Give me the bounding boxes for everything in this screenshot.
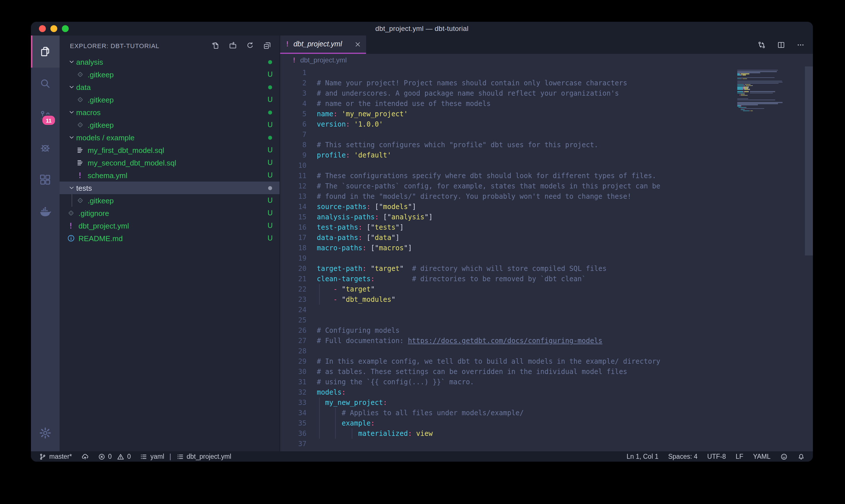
chevron-down-icon[interactable] [67, 185, 76, 191]
code-line-18[interactable]: 18macro-paths: ["macros"] [280, 243, 813, 253]
tree-folder-macros[interactable]: macros [59, 106, 280, 119]
indentation-setting[interactable]: Spaces: 4 [668, 453, 698, 460]
new-folder-icon[interactable] [229, 41, 237, 50]
editor-scrollbar[interactable] [805, 67, 813, 255]
tree-file--gitignore[interactable]: .gitignoreU [59, 207, 280, 219]
list-icon [140, 453, 147, 460]
git-branch-status[interactable]: master* [39, 453, 72, 460]
publish-changes-button[interactable] [81, 453, 89, 460]
channel-dbt-label: dbt_project.yml [186, 453, 231, 460]
activity-item-debug[interactable] [31, 132, 59, 164]
code-line-24[interactable]: 24 [280, 305, 813, 315]
code-line-5[interactable]: 5name: 'my_new_project' [280, 109, 813, 119]
line-number: 4 [280, 98, 306, 109]
code-line-8[interactable]: 8# This setting configures which "profil… [280, 140, 813, 150]
code-line-12[interactable]: 12# The `source-paths` config, for examp… [280, 181, 813, 191]
code-line-1[interactable]: 1 [280, 68, 813, 78]
minimap-line [737, 84, 790, 85]
minimize-window-button[interactable] [50, 25, 57, 32]
breadcrumb-item-file[interactable]: dbt_project.yml [300, 56, 347, 64]
code-line-13[interactable]: 13# found in the "models/" directory. Yo… [280, 191, 813, 202]
code-line-28[interactable]: 28 [280, 346, 813, 356]
code-line-20[interactable]: 20target-path: "target" # directory whic… [280, 264, 813, 274]
cursor-position[interactable]: Ln 1, Col 1 [626, 453, 658, 460]
code-line-17[interactable]: 17data-paths: ["data"] [280, 233, 813, 243]
chevron-down-icon[interactable] [67, 59, 76, 65]
tree-file--gitkeep[interactable]: .gitkeepU [59, 119, 280, 131]
tree-file--gitkeep[interactable]: .gitkeepU [59, 194, 280, 207]
code-line-30[interactable]: 30# as tables. These settings can be ove… [280, 366, 813, 377]
channel-yaml[interactable]: yaml [140, 453, 164, 460]
problems-status[interactable]: 0 0 [98, 453, 131, 460]
code-line-11[interactable]: 11# These configurations specify where d… [280, 171, 813, 181]
split-editor-icon[interactable] [777, 40, 786, 49]
collapse-folders-icon[interactable] [263, 41, 272, 50]
minimap[interactable] [737, 69, 790, 113]
language-mode[interactable]: YAML [753, 453, 771, 460]
line-content: # name or the intended use of these mode… [317, 98, 491, 109]
activity-item-explorer[interactable] [31, 36, 59, 68]
code-line-23[interactable]: 23 - "dbt_modules" [280, 294, 813, 305]
tree-file-my-first-dbt-model-sql[interactable]: my_first_dbt_model.sqlU [59, 144, 280, 156]
code-line-4[interactable]: 4# name or the intended use of these mod… [280, 98, 813, 109]
tree-file--gitkeep[interactable]: .gitkeepU [59, 93, 280, 106]
code-line-37[interactable]: 37 [280, 439, 813, 449]
code-line-7[interactable]: 7 [280, 129, 813, 140]
code-line-16[interactable]: 16test-paths: ["tests"] [280, 222, 813, 233]
code-line-14[interactable]: 14source-paths: ["models"] [280, 202, 813, 212]
zoom-window-button[interactable] [62, 25, 69, 32]
code-line-19[interactable]: 19 [280, 253, 813, 264]
tree-file--gitkeep[interactable]: .gitkeepU [59, 68, 280, 81]
activity-item-docker[interactable] [31, 196, 59, 228]
code-line-6[interactable]: 6version: '1.0.0' [280, 119, 813, 129]
code-line-21[interactable]: 21clean-targets: # directories to be rem… [280, 274, 813, 284]
chevron-down-icon[interactable] [67, 84, 76, 90]
encoding-setting[interactable]: UTF-8 [707, 453, 726, 460]
close-tab-icon[interactable] [355, 41, 361, 47]
tree-file-my-second-dbt-model-sql[interactable]: my_second_dbt_model.sqlU [59, 156, 280, 169]
code-line-29[interactable]: 29# In this example config, we tell dbt … [280, 356, 813, 366]
activity-item-search[interactable] [31, 68, 59, 100]
activity-item-source-control[interactable]: 11 [31, 100, 59, 132]
eol-setting[interactable]: LF [736, 453, 743, 460]
line-content: # as tables. These settings can be overr… [317, 366, 627, 377]
tab-dbt-project-yml[interactable]: ! dbt_project.yml [280, 36, 366, 54]
activity-item-extensions[interactable] [31, 164, 59, 196]
tree-file-readme-md[interactable]: README.mdU [59, 232, 280, 245]
tree-folder-models-example[interactable]: models / example [59, 131, 280, 144]
code-line-3[interactable]: 3# and underscores. A good package name … [280, 88, 813, 98]
code-line-35[interactable]: 35 example: [280, 418, 813, 428]
minimap-line [737, 97, 790, 98]
more-actions-icon[interactable] [796, 40, 805, 49]
tree-file-dbt-project-yml[interactable]: !dbt_project.ymlU [59, 219, 280, 232]
code-line-9[interactable]: 9profile: 'default' [280, 150, 813, 160]
code-line-22[interactable]: 22 - "target" [280, 284, 813, 294]
code-line-33[interactable]: 33 my_new_project: [280, 397, 813, 408]
code-line-2[interactable]: 2# Name your project! Project names shou… [280, 78, 813, 88]
notifications-bell-icon[interactable] [797, 453, 805, 460]
open-changes-icon[interactable] [757, 40, 766, 49]
tree-file-schema-yml[interactable]: !schema.ymlU [59, 169, 280, 182]
chevron-down-icon[interactable] [67, 134, 76, 140]
feedback-smiley-icon[interactable] [780, 453, 788, 460]
code-line-15[interactable]: 15analysis-paths: ["analysis"] [280, 212, 813, 222]
code-line-25[interactable]: 25 [280, 315, 813, 325]
chevron-down-icon[interactable] [67, 109, 76, 115]
minimap-line [737, 107, 790, 108]
code-line-32[interactable]: 32models: [280, 387, 813, 397]
code-line-34[interactable]: 34 # Applies to all files under models/e… [280, 408, 813, 418]
code-line-31[interactable]: 31# using the `{{ config(...) }}` macro. [280, 377, 813, 387]
code-line-36[interactable]: 36 materialized: view [280, 428, 813, 439]
close-window-button[interactable] [39, 25, 46, 32]
code-line-27[interactable]: 27# Full documentation: https://docs.get… [280, 336, 813, 346]
tree-folder-analysis[interactable]: analysis [59, 56, 280, 68]
code-line-26[interactable]: 26# Configuring models [280, 325, 813, 336]
activity-item-settings[interactable] [31, 417, 59, 449]
code-line-10[interactable]: 10 [280, 160, 813, 171]
tree-folder-tests[interactable]: tests [59, 182, 280, 194]
refresh-explorer-icon[interactable] [246, 41, 254, 50]
code-editor[interactable]: 12# Name your project! Project names sho… [280, 67, 813, 451]
channel-dbt-project[interactable]: dbt_project.yml [176, 453, 231, 460]
new-file-icon[interactable] [211, 41, 220, 50]
tree-folder-data[interactable]: data [59, 81, 280, 93]
